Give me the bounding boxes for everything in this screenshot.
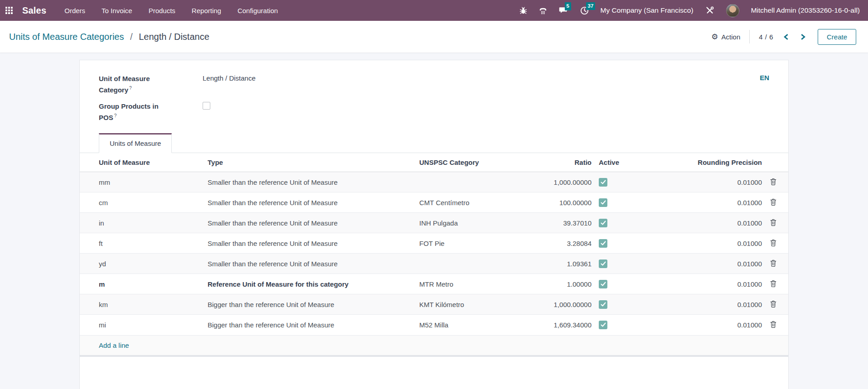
uom-cell[interactable]: mi <box>80 315 204 335</box>
uom-category-value[interactable]: Length / Distance <box>203 74 256 82</box>
pager-value[interactable]: 4 / 6 <box>759 33 773 41</box>
type-cell[interactable]: Smaller than the reference Unit of Measu… <box>204 254 416 274</box>
active-checkbox[interactable] <box>599 300 607 309</box>
breadcrumb-parent-link[interactable]: Units of Measure Categories <box>9 32 124 42</box>
tab-units-of-measure[interactable]: Units of Measure <box>99 133 172 153</box>
unspsc-category-cell[interactable]: M52 Milla <box>416 315 524 335</box>
ratio-cell[interactable]: 39.37010 <box>524 213 595 233</box>
delete-cell <box>766 254 788 274</box>
uom-cell[interactable]: ft <box>80 233 204 254</box>
ratio-cell[interactable]: 1,000.00000 <box>524 172 595 192</box>
table-row[interactable]: cm Smaller than the reference Unit of Me… <box>80 192 788 213</box>
ratio-cell[interactable]: 1,000.00000 <box>524 294 595 315</box>
ratio-cell[interactable]: 3.28084 <box>524 233 595 254</box>
trash-icon[interactable] <box>770 321 776 328</box>
dialer-icon[interactable] <box>539 7 547 14</box>
active-checkbox[interactable] <box>599 178 607 187</box>
add-a-line-link[interactable]: Add a line <box>80 335 788 357</box>
rounding-precision-cell[interactable]: 0.01000 <box>635 192 766 213</box>
trash-icon[interactable] <box>770 219 776 226</box>
ratio-cell[interactable]: 1,609.34000 <box>524 315 595 335</box>
table-row[interactable]: m Reference Unit of Measure for this cat… <box>80 274 788 294</box>
unspsc-category-cell[interactable] <box>416 254 524 274</box>
active-checkbox[interactable] <box>599 259 607 268</box>
activity-clock-icon[interactable]: 37 <box>580 6 589 15</box>
menu-to-invoice[interactable]: To Invoice <box>102 7 132 14</box>
ratio-cell[interactable]: 1.00000 <box>524 274 595 294</box>
uom-cell[interactable]: mm <box>80 172 204 192</box>
type-cell[interactable]: Bigger than the reference Unit of Measur… <box>204 294 416 315</box>
bug-icon[interactable] <box>519 7 527 14</box>
table-row[interactable]: yd Smaller than the reference Unit of Me… <box>80 254 788 274</box>
chevron-right-icon <box>800 34 806 40</box>
table-row[interactable]: mm Smaller than the reference Unit of Me… <box>80 172 788 192</box>
unspsc-category-cell[interactable] <box>416 172 524 192</box>
ratio-cell[interactable]: 100.00000 <box>524 192 595 213</box>
trash-icon[interactable] <box>770 300 776 307</box>
trash-icon[interactable] <box>770 259 776 267</box>
active-checkbox[interactable] <box>599 321 607 329</box>
avatar[interactable] <box>726 4 739 17</box>
active-checkbox[interactable] <box>599 198 607 207</box>
unspsc-category-cell[interactable]: FOT Pie <box>416 233 524 254</box>
uom-cell[interactable]: cm <box>80 192 204 213</box>
trash-icon[interactable] <box>770 280 776 287</box>
language-badge[interactable]: EN <box>760 74 769 82</box>
app-name[interactable]: Sales <box>22 5 46 16</box>
uom-cell[interactable]: yd <box>80 254 204 274</box>
active-cell <box>595 254 635 274</box>
type-cell[interactable]: Smaller than the reference Unit of Measu… <box>204 233 416 254</box>
rounding-precision-cell[interactable]: 0.01000 <box>635 254 766 274</box>
trash-icon[interactable] <box>770 198 776 206</box>
unspsc-category-cell[interactable]: KMT Kilómetro <box>416 294 524 315</box>
menu-reporting[interactable]: Reporting <box>192 7 221 14</box>
table-row[interactable]: in Smaller than the reference Unit of Me… <box>80 213 788 233</box>
type-cell[interactable]: Smaller than the reference Unit of Measu… <box>204 172 416 192</box>
action-button[interactable]: ⚙ Action <box>711 33 740 41</box>
menu-configuration[interactable]: Configuration <box>238 7 278 14</box>
rounding-precision-cell[interactable]: 0.01000 <box>635 315 766 335</box>
header-type[interactable]: Type <box>204 153 416 172</box>
header-unspsc-category[interactable]: UNSPSC Category <box>416 153 524 172</box>
uom-cell[interactable]: m <box>80 274 204 294</box>
company-switcher[interactable]: My Company (San Francisco) <box>601 6 693 14</box>
rounding-precision-cell[interactable]: 0.01000 <box>635 213 766 233</box>
help-icon: ? <box>114 113 117 118</box>
type-cell[interactable]: Reference Unit of Measure for this categ… <box>204 274 416 294</box>
messages-icon[interactable]: 5 <box>559 6 568 14</box>
uom-cell[interactable]: km <box>80 294 204 315</box>
header-unit-of-measure[interactable]: Unit of Measure <box>80 153 204 172</box>
user-menu[interactable]: Mitchell Admin (20353260-16-0-all) <box>751 6 860 14</box>
apps-grid-icon[interactable] <box>5 7 13 14</box>
create-button[interactable]: Create <box>818 29 856 45</box>
rounding-precision-cell[interactable]: 0.01000 <box>635 274 766 294</box>
uom-cell[interactable]: in <box>80 213 204 233</box>
active-checkbox[interactable] <box>599 219 607 227</box>
rounding-precision-cell[interactable]: 0.01000 <box>635 233 766 254</box>
active-checkbox[interactable] <box>599 239 607 248</box>
type-cell[interactable]: Bigger than the reference Unit of Measur… <box>204 315 416 335</box>
active-checkbox[interactable] <box>599 280 607 288</box>
type-cell[interactable]: Smaller than the reference Unit of Measu… <box>204 192 416 213</box>
trash-icon[interactable] <box>770 178 776 185</box>
unspsc-category-cell[interactable]: CMT Centímetro <box>416 192 524 213</box>
pager-next-button[interactable] <box>799 33 807 41</box>
rounding-precision-cell[interactable]: 0.01000 <box>635 172 766 192</box>
menu-orders[interactable]: Orders <box>64 7 85 14</box>
type-cell[interactable]: Smaller than the reference Unit of Measu… <box>204 213 416 233</box>
unspsc-category-cell[interactable]: MTR Metro <box>416 274 524 294</box>
group-pos-checkbox[interactable] <box>203 102 210 110</box>
rounding-precision-cell[interactable]: 0.01000 <box>635 294 766 315</box>
header-active[interactable]: Active <box>595 153 635 172</box>
trash-icon[interactable] <box>770 239 776 246</box>
unspsc-category-cell[interactable]: INH Pulgada <box>416 213 524 233</box>
header-ratio[interactable]: Ratio <box>524 153 595 172</box>
tools-icon[interactable] <box>705 6 714 14</box>
ratio-cell[interactable]: 1.09361 <box>524 254 595 274</box>
pager-previous-button[interactable] <box>782 33 790 41</box>
menu-products[interactable]: Products <box>149 7 175 14</box>
table-row[interactable]: km Bigger than the reference Unit of Mea… <box>80 294 788 315</box>
table-row[interactable]: mi Bigger than the reference Unit of Mea… <box>80 315 788 335</box>
table-row[interactable]: ft Smaller than the reference Unit of Me… <box>80 233 788 254</box>
header-rounding-precision[interactable]: Rounding Precision <box>635 153 766 172</box>
